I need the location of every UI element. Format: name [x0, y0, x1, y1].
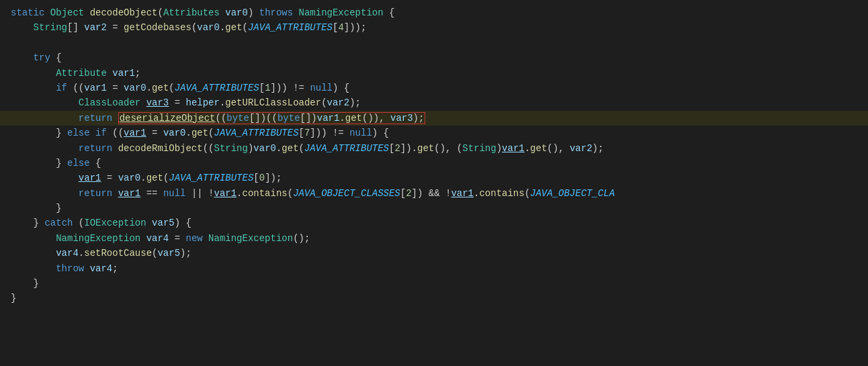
code-line-6: if ((var1 = var0.get(JAVA_ATTRIBUTES[1])…	[0, 81, 868, 95]
code-line-20: }	[0, 291, 868, 306]
code-line-18: throw var4;	[0, 261, 868, 276]
code-line-11: } else {	[0, 156, 868, 171]
code-container: static Object decodeObject(Attributes va…	[0, 0, 868, 366]
code-line-9: } else if ((var1 = var0.get(JAVA_ATTRIBU…	[0, 126, 868, 140]
code-line-14: }	[0, 201, 868, 216]
code-line-10: return decodeRmiObject((String)var0.get(…	[0, 141, 868, 156]
code-line-17: var4.setRootCause(var5);	[0, 246, 868, 261]
code-line-4: try {	[0, 50, 868, 65]
code-line-13: return var1 == null || !var1.contains(JA…	[0, 186, 868, 201]
code-line-3	[0, 36, 868, 50]
code-line-16: NamingException var4 = new NamingExcepti…	[0, 231, 868, 246]
line-1-content: static Object decodeObject(Attributes va…	[11, 5, 394, 20]
line-2-content: String[] var2 = getCodebases(var0.get(JA…	[11, 20, 366, 35]
code-line-1: static Object decodeObject(Attributes va…	[0, 5, 868, 20]
code-line-15: } catch (IOException var5) {	[0, 216, 868, 230]
code-line-7: ClassLoader var3 = helper.getURLClassLoa…	[0, 95, 868, 110]
code-line-8: return deserializeObject((byte[])((byte[…	[0, 111, 868, 126]
code-line-5: Attribute var1;	[0, 66, 868, 81]
code-line-19: }	[0, 276, 868, 291]
code-line-12: var1 = var0.get(JAVA_ATTRIBUTES[0]);	[0, 171, 868, 185]
code-line-2: String[] var2 = getCodebases(var0.get(JA…	[0, 20, 868, 35]
